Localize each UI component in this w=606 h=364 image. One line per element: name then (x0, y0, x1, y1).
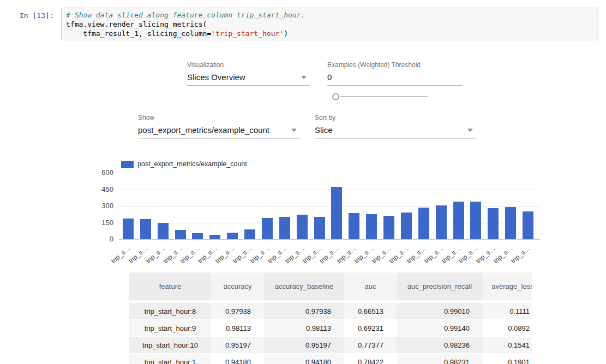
metric-cell: 0.1111 (483, 302, 532, 319)
show-value: post_export_metrics/example_count (138, 125, 269, 135)
code-token-comment: # Show data sliced along feature column … (66, 11, 305, 19)
sort-by-label: Sort by (315, 114, 476, 122)
feature-cell: trip_start_hour:1 (129, 353, 211, 364)
bar-12[interactable] (331, 187, 342, 239)
visualization-select[interactable]: Slices Overview (187, 71, 310, 86)
metric-cell: 0.98113 (264, 319, 344, 336)
slider-knob[interactable] (332, 93, 339, 100)
visualization-label: Visualization (187, 61, 310, 69)
show-label: Show (138, 114, 300, 122)
code-cell[interactable]: # Show data sliced along feature column … (61, 8, 598, 40)
y-axis: 0150300450600 (86, 173, 113, 239)
feature-cell: trip_start_hour:8 (129, 302, 211, 319)
show-metric-dropdown[interactable]: Show post_export_metrics/example_count (138, 114, 300, 138)
bar-5[interactable] (209, 235, 220, 239)
bar-11[interactable] (314, 217, 325, 239)
threshold-input[interactable] (327, 72, 463, 82)
bar-21[interactable] (488, 208, 499, 239)
metric-cell: 0.1901 (483, 353, 532, 364)
y-axis-tick-label: 600 (86, 168, 113, 177)
table-header-row: featureaccuracyaccuracy_baselineaucauc_p… (129, 272, 532, 302)
table-row[interactable]: trip_start_hour:10.941800.941800.784220.… (129, 353, 532, 364)
metric-cell: 0.95197 (264, 336, 344, 353)
column-header-feature[interactable]: feature (129, 272, 211, 302)
chevron-down-icon (467, 129, 473, 132)
column-header-average_loss[interactable]: average_loss (483, 272, 532, 302)
gridline (119, 190, 540, 190)
bar-7[interactable] (244, 229, 255, 239)
legend-swatch (121, 161, 134, 168)
show-select[interactable]: post_export_metrics/example_count (138, 124, 300, 138)
code-editor[interactable]: # Show data sliced along feature column … (66, 10, 593, 38)
metric-cell: 0.97938 (264, 302, 344, 319)
code-line: tfma_result_1, slicing_column='trip_star… (66, 29, 593, 38)
bar-8[interactable] (262, 218, 273, 239)
visualization-value: Slices Overview (187, 72, 245, 82)
metric-cell: 0.98231 (397, 353, 483, 364)
slices-bar-chart (119, 173, 540, 239)
feature-cell: trip_start_hour:10 (129, 336, 211, 353)
code-token-string: 'trip_start_hour' (211, 29, 284, 38)
table-row[interactable]: trip_start_hour:80.979380.979380.665130.… (129, 302, 532, 319)
chevron-down-icon (291, 129, 297, 132)
metric-cell: 0.95197 (211, 336, 264, 353)
code-token-plain: ) (284, 29, 288, 38)
metric-cell: 0.94180 (211, 353, 264, 364)
bar-3[interactable] (175, 230, 186, 239)
metric-cell: 0.97938 (211, 302, 264, 319)
bar-1[interactable] (140, 219, 151, 239)
code-token-plain: tfma_result_1, slicing_column= (66, 29, 211, 38)
column-header-auc[interactable]: auc (344, 272, 397, 302)
y-axis-tick-label: 450 (86, 185, 113, 193)
code-token-plain: tfma.view.render_slicing_metrics( (66, 20, 207, 28)
column-header-auc_precision_recall[interactable]: auc_precision_recall (397, 272, 483, 302)
bar-6[interactable] (227, 233, 238, 239)
bar-16[interactable] (401, 213, 412, 239)
metrics-table: featureaccuracyaccuracy_baselineaucauc_p… (129, 272, 532, 364)
bar-4[interactable] (192, 233, 203, 239)
bar-13[interactable] (349, 213, 359, 239)
metric-cell: 0.1541 (483, 336, 532, 353)
metric-cell: 0.99140 (397, 319, 483, 336)
bar-20[interactable] (470, 202, 481, 239)
bar-23[interactable] (523, 211, 533, 239)
sort-by-select[interactable]: Slice (315, 124, 476, 138)
gridline (119, 173, 540, 173)
bar-9[interactable] (279, 217, 290, 239)
bar-15[interactable] (383, 216, 394, 239)
x-axis: trip_s…trip_s…trip_s…trip_s…trip_s…trip_… (119, 239, 550, 265)
bar-19[interactable] (453, 202, 464, 239)
y-axis-tick-label: 150 (86, 219, 113, 227)
bar-18[interactable] (436, 205, 447, 239)
bar-10[interactable] (297, 215, 308, 239)
bar-17[interactable] (418, 208, 429, 239)
metric-cell: 0.78422 (344, 353, 397, 364)
notebook-page: In [13]: # Show data sliced along featur… (0, 0, 606, 364)
sort-by-dropdown[interactable]: Sort by Slice (315, 114, 476, 138)
column-header-accuracy[interactable]: accuracy (211, 272, 264, 302)
metric-cell: 0.99010 (397, 302, 483, 319)
bar-2[interactable] (158, 223, 169, 239)
slider-track[interactable] (340, 96, 428, 97)
y-axis-tick-label: 0 (86, 235, 113, 243)
bar-14[interactable] (366, 214, 377, 239)
table-row[interactable]: trip_start_hour:90.981130.981130.692310.… (129, 319, 532, 336)
threshold-label: Examples (Weighted) Threshold (327, 61, 463, 69)
visualization-dropdown[interactable]: Visualization Slices Overview (187, 61, 310, 86)
threshold-field: Examples (Weighted) Threshold (327, 61, 463, 86)
metric-cell: 0.98236 (397, 336, 483, 353)
legend-label: post_export_metrics/example_count (137, 160, 247, 168)
code-line: # Show data sliced along feature column … (66, 10, 593, 20)
threshold-input-row[interactable] (327, 71, 463, 86)
threshold-slider[interactable] (332, 93, 429, 101)
column-header-accuracy_baseline[interactable]: accuracy_baseline (264, 272, 344, 302)
table-row[interactable]: trip_start_hour:100.951970.951970.773770… (129, 336, 532, 353)
metric-cell: 0.69231 (344, 319, 397, 336)
metric-cell: 0.77377 (344, 336, 397, 353)
metrics-table-container: featureaccuracyaccuracy_baselineaucauc_p… (129, 272, 532, 364)
chevron-down-icon (301, 76, 307, 79)
bar-0[interactable] (123, 219, 134, 239)
code-line: tfma.view.render_slicing_metrics( (66, 20, 593, 29)
bar-22[interactable] (505, 207, 516, 239)
chart-legend: post_export_metrics/example_count (121, 160, 247, 168)
